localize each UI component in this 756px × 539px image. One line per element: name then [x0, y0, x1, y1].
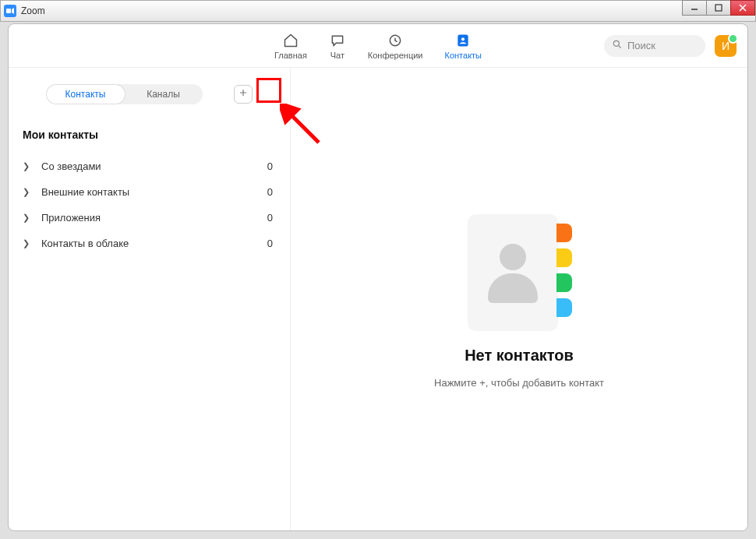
svg-point-7 — [461, 37, 465, 41]
list-item-cloud[interactable]: ❯ Контакты в облаке 0 — [9, 231, 290, 256]
list-item-count: 0 — [267, 212, 273, 224]
nav-home[interactable]: Главная — [274, 32, 307, 60]
nav-label: Контакты — [445, 51, 482, 60]
list-item-apps[interactable]: ❯ Приложения 0 — [9, 205, 290, 231]
chevron-right-icon: ❯ — [23, 213, 34, 223]
add-contact-button[interactable] — [234, 85, 253, 104]
plus-icon — [238, 87, 249, 101]
nav-label: Конференции — [368, 51, 423, 60]
svg-point-8 — [613, 41, 619, 46]
search-icon — [612, 39, 623, 52]
list-item-label: Приложения — [41, 212, 267, 224]
chevron-right-icon: ❯ — [23, 187, 34, 197]
list-item-label: Контакты в облаке — [41, 238, 267, 249]
list-item-count: 0 — [267, 160, 273, 172]
nav-label: Главная — [274, 51, 307, 60]
avatar[interactable]: И — [715, 35, 737, 57]
search-placeholder: Поиск — [627, 40, 655, 51]
app-window: Главная Чат Конференции Контакты — [8, 23, 748, 531]
maximize-button[interactable] — [706, 0, 731, 16]
list-item-count: 0 — [267, 186, 273, 198]
window-controls — [683, 0, 755, 16]
chat-icon — [329, 32, 346, 49]
sidebar: Контакты Каналы Мои контакты ❯ Со звезда… — [9, 68, 291, 530]
titlebar: Zoom — [0, 0, 756, 22]
list-item-count: 0 — [267, 238, 273, 249]
minimize-button[interactable] — [682, 0, 707, 16]
empty-contacts-illustration — [457, 210, 581, 334]
tab-contacts[interactable]: Контакты — [47, 85, 125, 104]
svg-rect-0 — [6, 9, 11, 13]
list-item-label: Со звездами — [41, 160, 267, 172]
nav-contacts[interactable]: Контакты — [445, 32, 482, 60]
segmented-control: Контакты Каналы — [47, 84, 203, 104]
list-item-label: Внешние контакты — [41, 186, 267, 198]
nav-label: Чат — [330, 51, 344, 60]
chevron-right-icon: ❯ — [23, 238, 34, 248]
top-nav: Главная Чат Конференции Контакты — [9, 24, 747, 68]
window-title: Zoom — [21, 5, 45, 16]
nav-chat[interactable]: Чат — [329, 32, 346, 60]
app-icon — [4, 5, 16, 17]
svg-line-9 — [619, 46, 621, 48]
avatar-initial: И — [722, 40, 730, 52]
home-icon — [282, 32, 299, 49]
empty-title: Нет контактов — [465, 347, 574, 365]
close-button[interactable] — [730, 0, 755, 16]
contacts-icon — [454, 32, 472, 49]
list-item-starred[interactable]: ❯ Со звездами 0 — [9, 153, 290, 179]
main-panel: Нет контактов Нажмите +, чтобы добавить … — [291, 68, 747, 530]
nav-meetings[interactable]: Конференции — [368, 32, 423, 60]
empty-subtitle: Нажмите +, чтобы добавить контакт — [434, 377, 604, 389]
clock-icon — [387, 32, 404, 49]
section-title: Мои контакты — [9, 122, 290, 153]
chevron-right-icon: ❯ — [23, 161, 34, 171]
svg-rect-2 — [715, 5, 722, 11]
list-item-external[interactable]: ❯ Внешние контакты 0 — [9, 179, 290, 205]
tab-channels[interactable]: Каналы — [125, 85, 203, 104]
search-input[interactable]: Поиск — [604, 35, 705, 57]
